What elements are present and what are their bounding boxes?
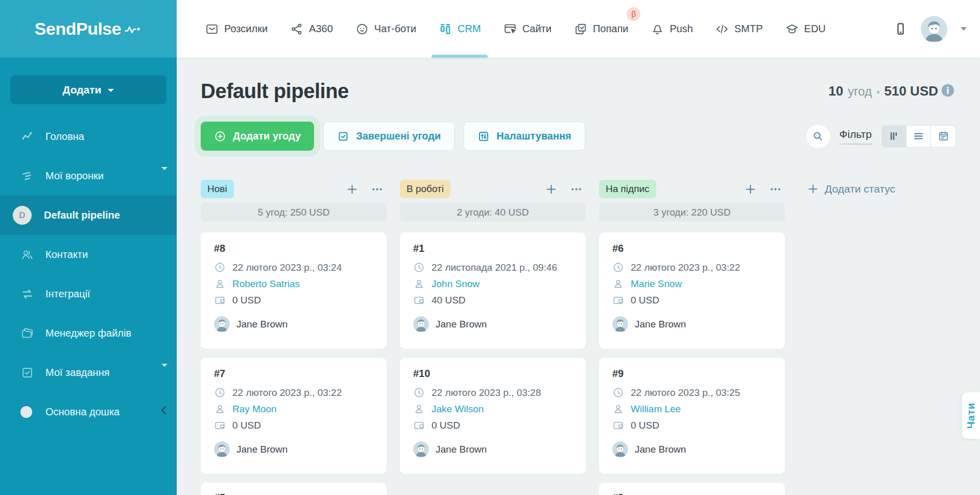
status-badge[interactable]: На підпис xyxy=(599,180,656,198)
deal-id: #8 xyxy=(214,243,373,254)
sidebar-item-label: Менеджер файлів xyxy=(45,327,131,339)
deal-card[interactable]: #8 22 лютого 2023 р., 03:24 Roberto Satr… xyxy=(201,232,387,349)
user-avatar[interactable] xyxy=(921,16,947,42)
nav-item-edu[interactable]: EDU xyxy=(785,0,826,58)
add-button[interactable]: Додати xyxy=(10,75,166,104)
sidebar-item-default-pipeline[interactable]: D Default pipeline xyxy=(0,196,177,235)
logo-text: SendPulse xyxy=(35,19,121,39)
nav-item-smtp[interactable]: SMTP xyxy=(715,0,763,58)
add-deal-button[interactable]: Додати угоду xyxy=(201,122,314,151)
deal-contact-link[interactable]: William Lee xyxy=(631,404,681,415)
column-actions xyxy=(744,183,785,196)
sidebar-item-file-manager[interactable]: Менеджер файлів xyxy=(0,314,177,353)
add-status-button[interactable]: Додати статус xyxy=(807,179,895,195)
nav-item-a360[interactable]: A360 xyxy=(290,0,333,58)
collapse-sidebar-icon[interactable] xyxy=(157,404,171,417)
add-card-icon[interactable] xyxy=(346,183,358,196)
column-summary: 3 угоди: 220 USD xyxy=(599,203,785,222)
task-checkbox-icon xyxy=(20,366,34,380)
nav-item-push[interactable]: Push xyxy=(651,0,693,58)
deal-card[interactable]: #6 22 лютого 2023 р., 03:22 Marie Snow 0… xyxy=(599,232,785,349)
deal-amount: 0 USD xyxy=(631,295,659,306)
nav-label: CRM xyxy=(458,23,481,35)
nav-label: Розсилки xyxy=(224,23,268,35)
wallet-icon xyxy=(413,294,425,306)
nav-label: Push xyxy=(670,23,693,35)
person-icon xyxy=(413,403,425,415)
nav-item-mailings[interactable]: Розсилки xyxy=(205,0,268,58)
phone-icon[interactable] xyxy=(894,22,907,36)
deal-id: #2 xyxy=(612,492,772,495)
popup-layers-icon xyxy=(574,22,587,36)
deal-card-partial[interactable]: #2 xyxy=(599,483,785,495)
clock-icon xyxy=(413,262,425,273)
deal-id: #6 xyxy=(612,243,772,254)
calendar-view-button[interactable] xyxy=(931,126,955,147)
deal-card[interactable]: #7 22 лютого 2023 р., 03:22 Ray Moon 0 U… xyxy=(201,358,387,474)
sidebar-item-home[interactable]: Головна xyxy=(0,117,177,156)
person-icon xyxy=(214,403,226,415)
deal-date: 22 лютого 2023 р., 03:22 xyxy=(232,387,342,398)
nav-item-popups[interactable]: Попапи β xyxy=(574,0,628,58)
pipeline-letter-avatar: D xyxy=(13,206,32,225)
status-badge[interactable]: Нові xyxy=(201,180,234,198)
owner-avatar xyxy=(612,316,628,332)
view-switcher xyxy=(881,125,956,148)
owner-name: Jane Brown xyxy=(635,319,686,330)
page-header: Default pipeline 10 угод • 510 USD xyxy=(201,77,938,105)
column-header: В роботі xyxy=(400,179,586,199)
sidebar-item-my-funnels[interactable]: Мої воронки xyxy=(0,156,177,196)
filter-link[interactable]: Фільтр xyxy=(840,128,872,145)
deal-card-partial[interactable]: #5 xyxy=(201,483,387,495)
plus-circle-icon xyxy=(214,130,226,143)
deal-card[interactable]: #10 22 лютого 2023 р., 03:28 Jake Wilson… xyxy=(400,358,586,474)
integrations-arrows-icon xyxy=(20,287,34,301)
owner-name: Jane Brown xyxy=(236,319,288,330)
nav-label: Чат-боти xyxy=(374,23,416,35)
column-signing: На підпис 3 угоди: 220 USD #6 22 лютого … xyxy=(599,179,785,495)
column-menu-icon[interactable] xyxy=(570,183,583,196)
owner-avatar xyxy=(413,441,429,457)
deal-contact-link[interactable]: Jake Wilson xyxy=(432,404,484,415)
caret-down-icon xyxy=(108,89,114,92)
deal-card[interactable]: #9 22 лютого 2023 р., 03:25 William Lee … xyxy=(599,358,785,474)
nav-item-crm[interactable]: CRM xyxy=(439,0,481,58)
deal-contact-link[interactable]: John Snow xyxy=(432,278,480,290)
sidebar-item-contacts[interactable]: Контакти xyxy=(0,235,177,274)
deal-contact-link[interactable]: Marie Snow xyxy=(631,278,682,290)
status-badge[interactable]: В роботі xyxy=(400,180,450,198)
sidebar-item-label: Основна дошка xyxy=(45,406,119,418)
add-card-icon[interactable] xyxy=(744,183,757,196)
add-status-label: Додати статус xyxy=(825,183,895,195)
list-view-button[interactable] xyxy=(906,126,931,147)
settings-button[interactable]: Налаштування xyxy=(464,122,585,151)
sendpulse-logo[interactable]: SendPulse xyxy=(0,0,177,58)
sidebar-item-main-board[interactable]: Основна дошка xyxy=(0,392,177,432)
nav-item-sites[interactable]: Сайти xyxy=(504,0,552,58)
nav-label: A360 xyxy=(309,23,333,35)
deal-date: 22 листопада 2021 р., 09:46 xyxy=(432,262,557,273)
owner-avatar xyxy=(214,316,230,332)
nav-label: EDU xyxy=(804,23,826,35)
deal-amount: 0 USD xyxy=(232,420,261,431)
nav-item-chatbots[interactable]: Чат-боти xyxy=(355,0,416,58)
column-menu-icon[interactable] xyxy=(769,183,782,196)
kanban-view-button[interactable] xyxy=(882,126,906,147)
main-nav: Розсилки A360 Чат-боти CRM Сайти xyxy=(205,0,826,58)
deal-card[interactable]: #1 22 листопада 2021 р., 09:46 John Snow… xyxy=(400,232,586,349)
clock-icon xyxy=(214,262,226,273)
deal-contact-link[interactable]: Roberto Satrias xyxy=(232,278,300,290)
sidebar-item-integrations[interactable]: Інтеграції xyxy=(0,274,177,314)
column-menu-icon[interactable] xyxy=(371,183,384,196)
info-icon[interactable] xyxy=(941,83,955,98)
deal-contact-link[interactable]: Ray Moon xyxy=(232,404,277,415)
code-icon xyxy=(715,22,729,36)
search-icon[interactable] xyxy=(806,125,830,148)
sidebar-item-my-tasks[interactable]: Мої завдання xyxy=(0,353,177,392)
completed-deals-button[interactable]: Завершені угоди xyxy=(323,122,455,151)
owner-name: Jane Brown xyxy=(436,444,487,455)
account-menu-caret-icon[interactable] xyxy=(961,27,967,31)
chats-side-tab[interactable]: Чати xyxy=(962,392,980,439)
add-card-icon[interactable] xyxy=(545,183,558,196)
envelope-icon xyxy=(205,22,219,36)
